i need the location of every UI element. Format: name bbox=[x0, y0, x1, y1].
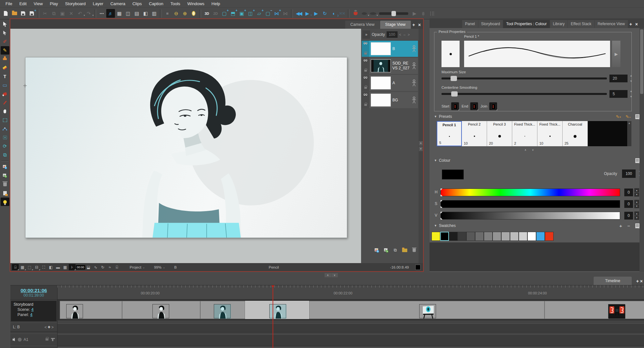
zoom-level-dropdown[interactable]: 99%⌄ bbox=[154, 265, 165, 269]
reset-rotation-icon[interactable]: ↻ bbox=[99, 264, 106, 270]
playhead[interactable] bbox=[273, 285, 273, 348]
drawing-page[interactable] bbox=[25, 57, 347, 238]
auto-light-table-icon[interactable] bbox=[1, 198, 9, 206]
tab-effect-stack[interactable]: Effect Stack bbox=[568, 20, 594, 28]
paint-tool-icon[interactable] bbox=[1, 90, 9, 98]
dropper-tool-icon[interactable] bbox=[1, 98, 9, 107]
right-panel-scrollbar[interactable] bbox=[639, 28, 644, 272]
transform-tool-icon[interactable] bbox=[1, 29, 9, 37]
tab-stage-view[interactable]: Stage View bbox=[380, 21, 411, 29]
prev-layer-icon[interactable]: < bbox=[45, 325, 48, 330]
new-panel-icon[interactable]: ▢+ bbox=[220, 9, 229, 18]
menu-layer[interactable]: Layer bbox=[89, 1, 107, 6]
hand-tool-icon[interactable] bbox=[1, 107, 9, 116]
preset-card[interactable]: Fixed Thick...10 bbox=[537, 121, 563, 146]
add-vector-layer-icon[interactable] bbox=[373, 247, 380, 253]
delete-layer-icon[interactable] bbox=[1, 180, 9, 189]
close-view-icon[interactable]: × bbox=[634, 20, 639, 28]
layer-thumbnail[interactable] bbox=[371, 94, 391, 107]
safe-area-icon[interactable]: ⬚ bbox=[26, 264, 33, 270]
delete-panel-icon[interactable]: ▢− bbox=[264, 9, 272, 18]
rotate-view-tool-icon[interactable]: ⟳ bbox=[1, 142, 9, 150]
layer-lock-icon[interactable] bbox=[364, 53, 367, 55]
effects-icon[interactable] bbox=[351, 9, 360, 18]
cut-icon[interactable]: ✂ bbox=[41, 9, 49, 18]
stage-canvas[interactable] bbox=[10, 29, 361, 263]
swatch[interactable] bbox=[501, 232, 510, 241]
reset-2d-icon[interactable]: 2D bbox=[211, 9, 220, 18]
collapse-icon[interactable]: ▼ bbox=[434, 159, 437, 162]
zoom-scope-dropdown[interactable]: Project⌄ bbox=[130, 265, 145, 269]
panel-clip[interactable] bbox=[200, 301, 245, 319]
current-timecode[interactable]: 00:00:21:06 bbox=[21, 288, 47, 293]
swatch[interactable] bbox=[484, 232, 493, 241]
audio-lock-icon[interactable] bbox=[46, 338, 48, 341]
audio-track[interactable] bbox=[57, 334, 644, 346]
new-project-icon[interactable] bbox=[1, 9, 10, 18]
audio-mute-icon[interactable] bbox=[13, 338, 15, 341]
panel-clip-current[interactable] bbox=[245, 301, 309, 319]
fit-view-icon[interactable]: ⛶ bbox=[40, 264, 47, 270]
add-layer-icon[interactable] bbox=[1, 163, 9, 171]
play-secondary-icon[interactable]: ▶ bbox=[410, 9, 419, 18]
pencil-tool-icon[interactable]: ✎ bbox=[1, 46, 9, 55]
swatch[interactable] bbox=[545, 232, 554, 241]
add-view-icon[interactable]: + bbox=[628, 20, 634, 28]
hue-spinner[interactable]: ▲▼ bbox=[634, 188, 639, 197]
preset-card[interactable]: Fixed Thick...2 bbox=[512, 121, 537, 146]
letterbox-icon[interactable]: ▬ bbox=[55, 264, 61, 270]
layer-visibility-icon[interactable] bbox=[364, 42, 367, 44]
camera-mask-icon[interactable]: ◧ bbox=[47, 264, 54, 270]
delete-icon[interactable]: ✕ bbox=[67, 9, 76, 18]
layer-row[interactable]: BG bbox=[362, 92, 418, 108]
tab-reference-view[interactable]: Reference View bbox=[595, 20, 628, 28]
swatches-menu-icon[interactable] bbox=[635, 223, 639, 228]
presets-section-header[interactable]: ▼ Presets ✎+ ✎− bbox=[430, 114, 644, 119]
maximum-size-value[interactable]: 20 bbox=[609, 75, 628, 82]
saturation-spinner[interactable]: ▲▼ bbox=[634, 200, 639, 208]
maximum-size-slider[interactable] bbox=[441, 77, 607, 79]
swatch[interactable] bbox=[458, 232, 466, 241]
splitter-up-icon[interactable]: ∧ bbox=[522, 148, 529, 152]
splitter-down-icon[interactable]: ∨ bbox=[331, 273, 338, 277]
colour-opacity-value[interactable]: 100 bbox=[622, 169, 636, 178]
stamp-tool-icon[interactable] bbox=[1, 55, 9, 63]
text-tool-icon[interactable]: T bbox=[1, 72, 9, 81]
swatch[interactable] bbox=[431, 232, 440, 241]
two-up-view-icon[interactable]: ◫ bbox=[124, 9, 132, 18]
tab-camera-view[interactable]: Camera View bbox=[345, 21, 380, 29]
paste-icon[interactable]: ▣ bbox=[58, 9, 67, 18]
paste-pose-icon[interactable]: ⍇ bbox=[114, 264, 120, 270]
sound-toggle-icon[interactable]: ◖) bbox=[329, 9, 338, 18]
smooth-line-icon[interactable]: ≈ bbox=[107, 264, 113, 270]
rectangle-tool-icon[interactable]: ▭ bbox=[1, 81, 9, 89]
centerline-editor-tool-icon[interactable] bbox=[1, 133, 9, 142]
collapse-icon[interactable]: ▼ bbox=[434, 224, 437, 227]
captions-view-icon[interactable]: ▪▪▪ bbox=[98, 9, 106, 18]
redo-icon[interactable]: ↷▾ bbox=[84, 9, 93, 18]
play-selection-icon[interactable]: ▶⁘ bbox=[303, 9, 312, 18]
scene-number[interactable]: 4 bbox=[31, 307, 34, 312]
timeline-ruler[interactable]: 00:00:20:00 00:00:22:00 00:00:24:00 bbox=[57, 285, 644, 300]
add-swatch-icon[interactable]: + bbox=[619, 223, 622, 229]
duplicate-drawing-icon[interactable]: ⧉ bbox=[1, 151, 9, 159]
section-splitter[interactable]: ∧ ∨ bbox=[522, 148, 536, 152]
menu-camera[interactable]: Camera bbox=[107, 1, 129, 6]
record-sound-icon[interactable] bbox=[419, 9, 428, 18]
current-colour-indicator[interactable] bbox=[415, 265, 421, 270]
panel-clip[interactable] bbox=[122, 301, 200, 319]
stage-vertical-scrollbar[interactable]: ∧ ∨ bbox=[419, 29, 423, 263]
broadcast-icon[interactable] bbox=[428, 9, 436, 18]
layer-pose-icon[interactable] bbox=[411, 62, 417, 69]
preset-card[interactable]: Charcoal25 bbox=[563, 121, 588, 146]
select-tool-icon[interactable] bbox=[1, 20, 9, 28]
opacity-value[interactable]: 100 bbox=[387, 31, 398, 38]
layer-visibility-icon[interactable] bbox=[364, 59, 367, 61]
swatch[interactable] bbox=[510, 232, 519, 241]
brush-tool-icon[interactable]: ✐ bbox=[1, 37, 9, 46]
splitter-up-icon[interactable]: ∧ bbox=[325, 273, 331, 277]
menu-clips[interactable]: Clips bbox=[129, 1, 145, 6]
layer-thumbnail[interactable] bbox=[371, 59, 391, 72]
panel-clip[interactable] bbox=[60, 301, 122, 319]
swatch[interactable] bbox=[466, 232, 475, 241]
